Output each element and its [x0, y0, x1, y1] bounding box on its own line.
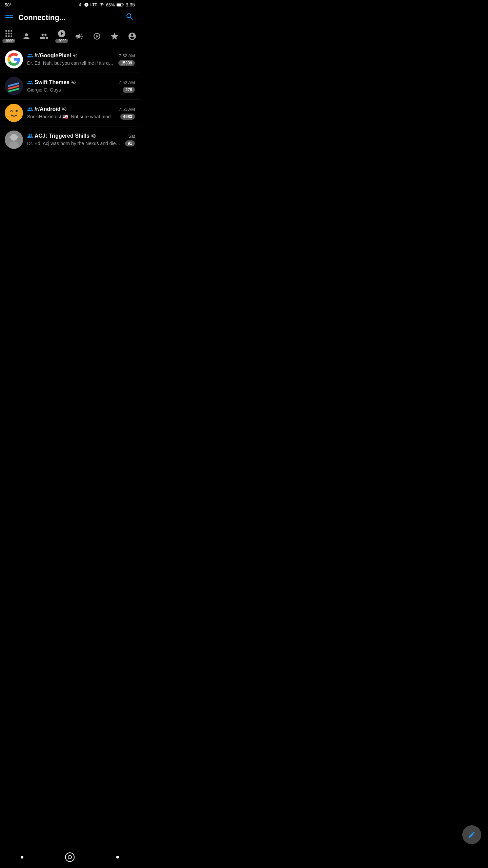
tab-channels[interactable]: +9999: [53, 28, 70, 44]
svg-rect-2: [123, 4, 123, 5]
search-icon: [125, 12, 134, 21]
page-title: Connecting...: [18, 13, 125, 22]
hamburger-menu[interactable]: [5, 15, 13, 20]
chat-name-text: /r/Android: [35, 106, 60, 112]
chat-item-android[interactable]: /r/Android 7:51 AM SonicHackintosh🇺🇸: No…: [0, 100, 140, 126]
chat-time: 7:52 AM: [119, 53, 135, 58]
bluetooth-icon: [78, 2, 82, 7]
mute-icon: [62, 106, 67, 112]
tab-groups[interactable]: [35, 31, 53, 42]
avatar-google-pixel: [5, 50, 23, 68]
chat-content-acj: ACJ: Triggered Shills Sat Dr. Ed: Acj wa…: [27, 133, 135, 146]
chat-preview: Dr. Ed: Nah, but you can tell me if it's…: [27, 60, 116, 66]
tab-all[interactable]: +9999: [0, 28, 18, 44]
chat-list: /r/GooglePixel 7:52 AM Dr. Ed: Nah, but …: [0, 46, 140, 153]
group-icon-small: [27, 79, 33, 85]
chat-time: 7:51 AM: [119, 107, 135, 112]
chat-name-text: ACJ: Triggered Shills: [35, 133, 89, 139]
svg-point-13: [16, 136, 18, 138]
unread-badge: 278: [123, 87, 135, 93]
channels-icon: [57, 29, 66, 38]
group-icon-small: [27, 106, 33, 112]
unread-badge: 91: [125, 140, 135, 146]
chat-item-acj[interactable]: ACJ: Triggered Shills Sat Dr. Ed: Acj wa…: [0, 126, 140, 153]
filter-tabs: +9999 +9999: [0, 26, 140, 46]
tab-megaphone[interactable]: [70, 31, 88, 42]
chat-content-google-pixel: /r/GooglePixel 7:52 AM Dr. Ed: Nah, but …: [27, 53, 135, 66]
chat-time: Sat: [128, 134, 135, 139]
tab-video[interactable]: [88, 31, 106, 42]
temperature: 58°: [5, 2, 12, 7]
group-icon: [40, 32, 48, 41]
star-icon: [110, 32, 119, 41]
status-bar: 58° LTE 66% 3:35: [0, 0, 140, 9]
chat-preview: SonicHackintosh🇺🇸: Not sure what model, …: [27, 114, 118, 119]
google-g-icon: [7, 53, 20, 66]
chat-item-swift-themes[interactable]: Swift Themes 7:52 AM Giorgio C: Guys 278: [0, 73, 140, 100]
avatar-android: [5, 104, 23, 122]
time: 3:35: [126, 2, 135, 7]
account-circle-icon: [128, 32, 137, 41]
svg-point-8: [16, 110, 18, 112]
unread-badge: 15339: [118, 60, 135, 66]
grid-icon: [4, 29, 13, 38]
avatar-swift-themes: [5, 77, 23, 95]
group-icon-small: [27, 133, 33, 139]
chat-preview: Giorgio C: Guys: [27, 87, 120, 93]
top-bar: Connecting...: [0, 9, 140, 26]
chat-time: 7:52 AM: [119, 80, 135, 85]
android-avatar: [5, 104, 23, 122]
group-icon-small: [27, 53, 33, 59]
acj-avatar: [5, 131, 23, 149]
chat-item-google-pixel[interactable]: /r/GooglePixel 7:52 AM Dr. Ed: Nah, but …: [0, 46, 140, 73]
videocam-icon: [93, 32, 101, 41]
battery-percent: 66%: [106, 2, 115, 7]
tab-channels-badge: +9999: [55, 39, 68, 43]
mute-icon: [91, 133, 96, 139]
chat-content-android: /r/Android 7:51 AM SonicHackintosh🇺🇸: No…: [27, 106, 135, 120]
status-icons: LTE 66% 3:35: [78, 2, 135, 7]
chat-content-swift-themes: Swift Themes 7:52 AM Giorgio C: Guys 278: [27, 79, 135, 93]
tab-account[interactable]: [123, 31, 140, 42]
chat-preview: Dr. Ed: Acj was born by the Nexus and di…: [27, 141, 122, 146]
avatar-acj: [5, 131, 23, 149]
tab-direct[interactable]: [18, 31, 35, 42]
chat-name-text: /r/GooglePixel: [35, 53, 71, 59]
svg-rect-1: [117, 4, 121, 6]
svg-point-12: [9, 136, 12, 138]
chat-name-text: Swift Themes: [35, 79, 69, 85]
mute-icon: [73, 53, 78, 58]
tab-all-badge: +9999: [2, 39, 15, 43]
swift-themes-logo: [5, 77, 23, 95]
signal-icon: [99, 2, 104, 7]
unread-badge: 4983: [120, 114, 135, 120]
mute-icon: [71, 80, 76, 85]
block-icon: [84, 2, 89, 7]
tab-starred[interactable]: [106, 31, 123, 42]
svg-point-3: [5, 77, 23, 95]
search-button[interactable]: [125, 12, 134, 23]
svg-point-7: [5, 104, 23, 122]
megaphone-icon: [75, 32, 84, 41]
battery-icon: [117, 3, 124, 7]
lte-icon: LTE: [90, 3, 97, 7]
person-icon: [22, 32, 31, 41]
